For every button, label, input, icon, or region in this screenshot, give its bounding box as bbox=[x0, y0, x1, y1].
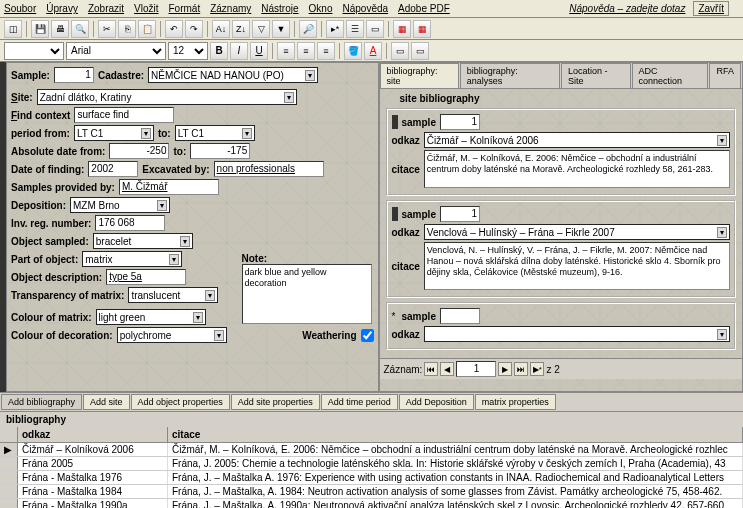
align-center-icon[interactable]: ≡ bbox=[297, 42, 315, 60]
new-icon[interactable]: ▸* bbox=[326, 20, 344, 38]
bib1-sample[interactable]: 1 bbox=[440, 114, 480, 130]
cut-icon[interactable]: ✂ bbox=[98, 20, 116, 38]
tab-adc[interactable]: ADC connection bbox=[632, 63, 709, 88]
special-icon[interactable]: ▭ bbox=[411, 42, 429, 60]
bib3-sample[interactable] bbox=[440, 308, 480, 324]
preview-icon[interactable]: 🔍 bbox=[71, 20, 89, 38]
colmat-select[interactable]: light green bbox=[96, 309, 206, 325]
menu-zaznamy[interactable]: Záznamy bbox=[210, 3, 251, 14]
transp-select[interactable]: translucent bbox=[128, 287, 218, 303]
align-right-icon[interactable]: ≡ bbox=[317, 42, 335, 60]
nav-first-icon[interactable]: ⏮ bbox=[424, 362, 438, 376]
bib1-citace[interactable]: Čižmář, M. – Kolníková, E. 2006: Němčice… bbox=[424, 150, 730, 188]
site-select[interactable]: Zadní dlátko, Kratiny bbox=[37, 89, 297, 105]
filter2-icon[interactable]: ▼ bbox=[272, 20, 290, 38]
font-select[interactable]: Arial bbox=[66, 42, 166, 60]
btab-adddepo[interactable]: Add Deposition bbox=[399, 394, 474, 410]
excav-input[interactable]: non professionals bbox=[214, 161, 324, 177]
period-to-select[interactable]: LT C1 bbox=[175, 125, 255, 141]
nav-last-icon[interactable]: ⏭ bbox=[514, 362, 528, 376]
absdate-to-input[interactable]: -175 bbox=[190, 143, 250, 159]
italic-icon[interactable]: I bbox=[230, 42, 248, 60]
filter-icon[interactable]: ▽ bbox=[252, 20, 270, 38]
size-select[interactable]: 12 bbox=[168, 42, 208, 60]
align-left-icon[interactable]: ≡ bbox=[277, 42, 295, 60]
print-icon[interactable]: 🖶 bbox=[51, 20, 69, 38]
bib-nav-current[interactable]: 1 bbox=[456, 361, 496, 377]
toolbar-format: Arial 12 B I U ≡ ≡ ≡ 🪣 A ▭ ▭ bbox=[0, 40, 743, 62]
tab-location[interactable]: Location - Site bbox=[561, 63, 631, 88]
findcontext-input[interactable]: surface find bbox=[74, 107, 174, 123]
bib2-odkaz[interactable]: Venclová – Hulínský – Frána – Fikrle 200… bbox=[424, 224, 730, 240]
pdf2-icon[interactable]: ▦ bbox=[413, 20, 431, 38]
deposition-select[interactable]: MZM Brno bbox=[70, 197, 170, 213]
menu-adobe[interactable]: Adobe PDF bbox=[398, 3, 450, 14]
view-icon[interactable]: ◫ bbox=[4, 20, 22, 38]
menu-vlozit[interactable]: Vložit bbox=[134, 3, 158, 14]
tab-bib-site[interactable]: bibliography: site bbox=[380, 63, 459, 88]
table-row[interactable]: Frána 2005Frána, J. 2005: Chemie a techn… bbox=[0, 457, 743, 471]
sample-input[interactable]: 1 bbox=[54, 67, 94, 83]
note-textarea[interactable]: dark blue and yellow decoration bbox=[242, 264, 372, 324]
undo-icon[interactable]: ↶ bbox=[165, 20, 183, 38]
samples-input[interactable]: M. Čižmář bbox=[119, 179, 219, 195]
partobj-select[interactable]: matrix bbox=[82, 251, 182, 267]
btab-matrixprop[interactable]: matrix properties bbox=[475, 394, 556, 410]
paste-icon[interactable]: 📋 bbox=[138, 20, 156, 38]
close-button[interactable]: Zavřít bbox=[693, 1, 729, 16]
underline-icon[interactable]: U bbox=[250, 42, 268, 60]
bib3-odkaz[interactable] bbox=[424, 326, 730, 342]
menu-upravy[interactable]: Úpravy bbox=[46, 3, 78, 14]
tab-rfa[interactable]: RFA bbox=[709, 63, 741, 88]
btab-addsite[interactable]: Add site bbox=[83, 394, 130, 410]
menu-okno[interactable]: Okno bbox=[309, 3, 333, 14]
btab-addsiteprop[interactable]: Add site properties bbox=[231, 394, 320, 410]
btab-addtime[interactable]: Add time period bbox=[321, 394, 398, 410]
menu-napoveda[interactable]: Nápověda bbox=[342, 3, 388, 14]
menu-soubor[interactable]: Soubor bbox=[4, 3, 36, 14]
nav-prev-icon[interactable]: ◀ bbox=[440, 362, 454, 376]
table-row[interactable]: Frána - Maštalka 1984Frána, J. – Maštalk… bbox=[0, 485, 743, 499]
nav-new-icon[interactable]: ▶* bbox=[530, 362, 544, 376]
btab-addbib[interactable]: Add bibliography bbox=[1, 394, 82, 410]
help-prompt[interactable]: Nápověda – zadejte dotaz bbox=[569, 3, 685, 14]
fill-icon[interactable]: 🪣 bbox=[344, 42, 362, 60]
menu-zobrazit[interactable]: Zobrazit bbox=[88, 3, 124, 14]
tab-bib-analyses[interactable]: bibliography: analyses bbox=[460, 63, 560, 88]
table-row[interactable]: ▶Čižmář – Kolníková 2006Čižmář, M. – Kol… bbox=[0, 443, 743, 457]
border-icon[interactable]: ▭ bbox=[391, 42, 409, 60]
invreg-input[interactable]: 176 068 bbox=[95, 215, 165, 231]
db-icon[interactable]: ▭ bbox=[366, 20, 384, 38]
menu-nastroje[interactable]: Nástroje bbox=[261, 3, 298, 14]
props-icon[interactable]: ☰ bbox=[346, 20, 364, 38]
sort-desc-icon[interactable]: Z↓ bbox=[232, 20, 250, 38]
save-icon[interactable]: 💾 bbox=[31, 20, 49, 38]
style-select[interactable] bbox=[4, 42, 64, 60]
font-color-icon[interactable]: A bbox=[364, 42, 382, 60]
redo-icon[interactable]: ↷ bbox=[185, 20, 203, 38]
bib-nav-total: z 2 bbox=[546, 364, 559, 375]
find-icon[interactable]: 🔎 bbox=[299, 20, 317, 38]
btab-addobjprop[interactable]: Add object properties bbox=[131, 394, 230, 410]
bold-icon[interactable]: B bbox=[210, 42, 228, 60]
cadastre-select[interactable]: NĚMČICE NAD HANOU (PO) bbox=[148, 67, 318, 83]
grid-header-citace[interactable]: citace bbox=[168, 427, 743, 442]
grid-header-odkaz[interactable]: odkaz bbox=[18, 427, 168, 442]
absdate-from-input[interactable]: -250 bbox=[109, 143, 169, 159]
copy-icon[interactable]: ⎘ bbox=[118, 20, 136, 38]
bib2-citace[interactable]: Venclová, N. – Hulínský, V. – Frána, J. … bbox=[424, 242, 730, 290]
sort-asc-icon[interactable]: A↓ bbox=[212, 20, 230, 38]
nav-next-icon[interactable]: ▶ bbox=[498, 362, 512, 376]
menu-format[interactable]: Formát bbox=[169, 3, 201, 14]
period-from-select[interactable]: LT C1 bbox=[74, 125, 154, 141]
datefind-input[interactable]: 2002 bbox=[88, 161, 138, 177]
table-row[interactable]: Frána - Maštalka 1990aFrána, J. – Maštal… bbox=[0, 499, 743, 508]
objsampled-select[interactable]: bracelet bbox=[93, 233, 193, 249]
coldec-select[interactable]: polychrome bbox=[117, 327, 227, 343]
objdesc-input[interactable]: type 5a bbox=[106, 269, 186, 285]
bib2-sample[interactable]: 1 bbox=[440, 206, 480, 222]
pdf-icon[interactable]: ▦ bbox=[393, 20, 411, 38]
weathering-checkbox[interactable] bbox=[361, 329, 374, 342]
table-row[interactable]: Frána - Maštalka 1976Frána, J. – Maštalk… bbox=[0, 471, 743, 485]
bib1-odkaz[interactable]: Čižmář – Kolníková 2006 bbox=[424, 132, 730, 148]
